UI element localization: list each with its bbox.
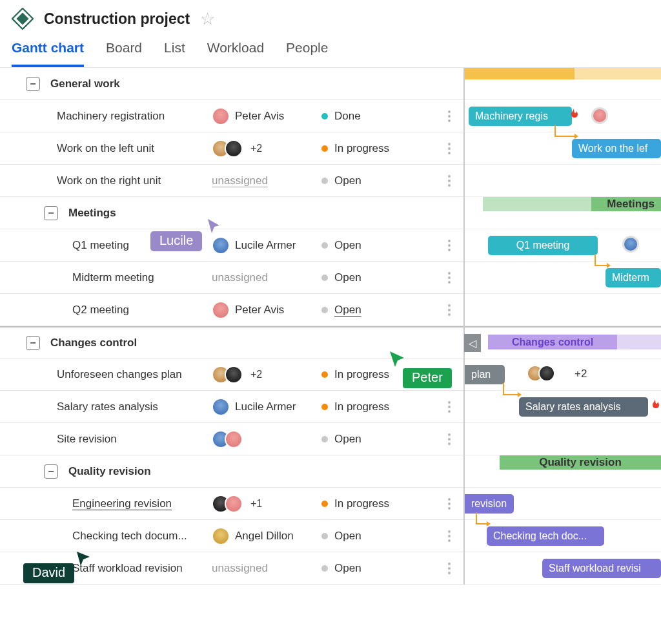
group-row-meetings[interactable]: − Meetings: [0, 197, 463, 229]
collapse-icon[interactable]: −: [44, 464, 58, 479]
task-name[interactable]: Engineering revision: [72, 497, 212, 510]
status-dot-inprogress: [321, 404, 328, 410]
row-menu-icon[interactable]: [442, 110, 457, 122]
tab-list[interactable]: List: [164, 40, 185, 67]
gantt-bar-machinery[interactable]: Machinery regis: [469, 107, 572, 126]
status-dot-inprogress: [321, 501, 328, 507]
task-row-salary[interactable]: Salary rates analysis Lucile Armer In pr…: [0, 391, 463, 423]
tab-board[interactable]: Board: [106, 40, 142, 67]
avatar[interactable]: [225, 366, 243, 384]
avatar[interactable]: [212, 527, 230, 545]
task-name: Work on the right unit: [57, 174, 212, 187]
avatar[interactable]: [591, 107, 608, 124]
tab-people[interactable]: People: [286, 40, 328, 67]
gantt-bar-q1[interactable]: Q1 meeting: [488, 236, 598, 255]
scroll-left-handle[interactable]: ◁: [464, 334, 481, 352]
gantt-bar-work-left[interactable]: Work on the lef: [572, 139, 661, 158]
task-row-q2-meeting[interactable]: Q2 meeting Peter Avis Open: [0, 294, 463, 326]
gantt-summary-bar[interactable]: [465, 68, 575, 79]
row-menu-icon[interactable]: [442, 401, 457, 413]
avatar[interactable]: [212, 398, 230, 416]
cursor-icon: [74, 549, 94, 568]
avatar-overflow[interactable]: +1: [250, 498, 262, 510]
collapse-icon[interactable]: −: [26, 77, 40, 91]
view-tabs: Gantt chart Board List Workload People: [0, 32, 661, 68]
gantt-summary-bar[interactable]: Changes control: [488, 335, 617, 349]
task-row-engineering[interactable]: Engineering revision +1 In progress: [0, 488, 463, 520]
task-name: Machinery registration: [57, 110, 212, 123]
gantt-bar-midterm[interactable]: Midterm: [605, 268, 661, 287]
task-row-q1-meeting[interactable]: Q1 meeting Lucile Armer Open: [0, 229, 463, 262]
status[interactable]: Open: [334, 304, 361, 317]
collapse-icon[interactable]: −: [26, 336, 40, 350]
avatar[interactable]: [225, 140, 243, 158]
remote-cursor-lucile: Lucile: [150, 231, 202, 251]
task-name: Site revision: [57, 433, 212, 446]
status: In progress: [334, 368, 389, 381]
status: In progress: [334, 497, 389, 510]
gantt-summary-bar[interactable]: [483, 197, 591, 211]
gantt-summary-bar[interactable]: Meetings: [591, 197, 661, 211]
gantt-summary-bar[interactable]: [575, 68, 661, 79]
assignee: Lucile Armer: [235, 400, 296, 413]
row-menu-icon[interactable]: [442, 433, 457, 445]
row-menu-icon[interactable]: [442, 498, 457, 510]
avatar-overflow[interactable]: +2: [575, 368, 587, 380]
task-name: Work on the left unit: [57, 142, 212, 155]
task-row-checking-tech[interactable]: Checking tech docum... Angel Dillon Open: [0, 520, 463, 552]
tab-workload[interactable]: Workload: [207, 40, 264, 67]
collapse-icon[interactable]: −: [44, 206, 58, 220]
row-menu-icon[interactable]: [442, 175, 457, 187]
status: Open: [334, 562, 361, 575]
bar-label: Midterm: [612, 272, 649, 284]
gantt-summary-bar[interactable]: Quality revision: [500, 455, 661, 470]
row-menu-icon[interactable]: [442, 530, 457, 542]
bar-label: Work on the lef: [578, 143, 647, 154]
task-name: Midterm meeting: [72, 271, 212, 284]
group-row-quality-revision[interactable]: − Quality revision: [0, 455, 463, 488]
gantt-bar-salary[interactable]: Salary rates analysis: [519, 397, 648, 417]
task-row-site-revision[interactable]: Site revision Open: [0, 423, 463, 455]
task-row-machinery[interactable]: Machinery registration Peter Avis Done: [0, 100, 463, 132]
task-row-work-right[interactable]: Work on the right unit unassigned Open: [0, 165, 463, 197]
task-name: Unforeseen changes plan: [57, 368, 212, 381]
avatar[interactable]: [622, 236, 639, 253]
task-row-work-left[interactable]: Work on the left unit +2 In progress: [0, 132, 463, 165]
row-menu-icon[interactable]: [442, 143, 457, 154]
group-label: Changes control: [50, 337, 137, 349]
avatar-overflow[interactable]: +2: [250, 369, 262, 380]
avatar[interactable]: [212, 236, 230, 254]
avatar[interactable]: [212, 107, 230, 125]
avatar[interactable]: [212, 301, 230, 319]
remote-cursor-peter: Peter: [403, 368, 452, 388]
gantt-panel[interactable]: Machinery regis Work on the lef Meetings: [465, 68, 661, 585]
avatar[interactable]: [225, 430, 243, 448]
row-menu-icon[interactable]: [442, 272, 457, 284]
bar-label: Meetings: [607, 198, 655, 211]
gantt-bar-revision[interactable]: revision: [465, 494, 514, 514]
task-row-midterm[interactable]: Midterm meeting unassigned Open: [0, 262, 463, 294]
row-menu-icon[interactable]: [442, 240, 457, 251]
status-dot-done: [321, 113, 328, 119]
gantt-summary-bar[interactable]: [617, 335, 661, 349]
avatar-overflow[interactable]: +2: [250, 143, 262, 154]
assignee-unassigned[interactable]: unassigned: [212, 271, 268, 284]
row-menu-icon[interactable]: [442, 563, 457, 574]
status-dot-open: [321, 436, 328, 442]
favorite-star-icon[interactable]: ☆: [200, 9, 215, 29]
gantt-bar-checking[interactable]: Checking tech doc...: [487, 526, 604, 546]
row-menu-icon[interactable]: [442, 304, 457, 316]
bar-label: revision: [471, 498, 507, 510]
gantt-bar-plan[interactable]: plan: [465, 365, 505, 384]
avatar[interactable]: [225, 495, 243, 513]
bar-label: Quality revision: [539, 456, 622, 469]
assignee: Lucile Armer: [235, 239, 296, 252]
assignee-unassigned[interactable]: unassigned: [212, 174, 268, 187]
group-row-general-work[interactable]: − General work: [0, 68, 463, 100]
fire-icon: [565, 107, 581, 123]
assignee-unassigned[interactable]: unassigned: [212, 562, 268, 575]
gantt-bar-staff[interactable]: Staff workload revisi: [542, 559, 661, 578]
avatar[interactable]: [538, 365, 555, 382]
tab-gantt[interactable]: Gantt chart: [12, 40, 84, 67]
status-dot-inprogress: [321, 145, 328, 152]
